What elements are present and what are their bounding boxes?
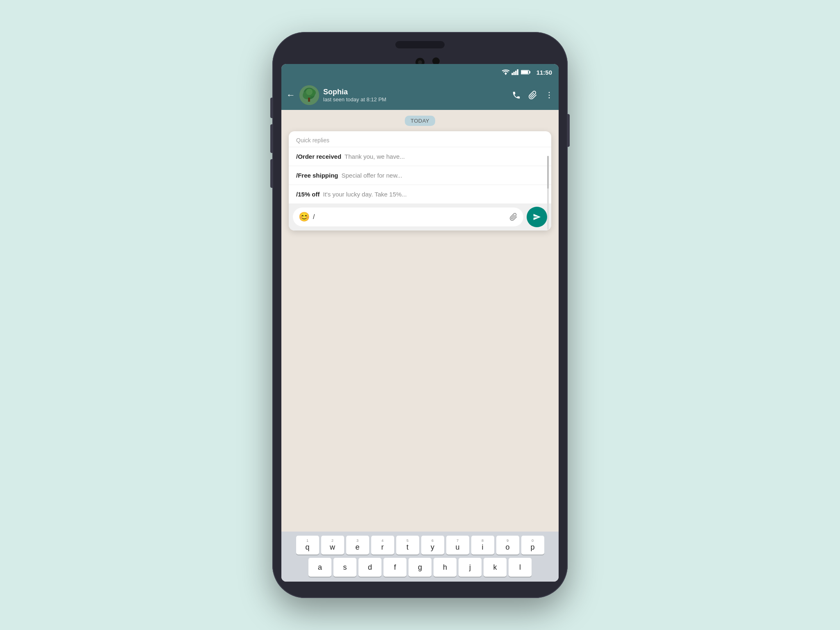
chat-header: ← Sophia last seen today at 8:12 PM [281, 80, 559, 110]
key-number: 2 [331, 539, 333, 543]
svg-rect-11 [308, 98, 310, 102]
key-letter: f [394, 563, 396, 572]
key-letter: r [381, 543, 384, 552]
quick-replies-header: Quick replies [289, 131, 551, 147]
svg-point-15 [549, 95, 550, 96]
svg-point-13 [306, 89, 313, 95]
phone-notch [395, 41, 445, 48]
volume-mute-button[interactable] [270, 98, 273, 118]
phone-screen: 11:50 ← Sophia last seen today at 8:12 P… [281, 64, 559, 582]
key-letter: h [443, 563, 447, 572]
send-button[interactable] [527, 207, 547, 227]
reply-command-1: /Order received [296, 153, 341, 160]
phone-wrapper: 11:50 ← Sophia last seen today at 8:12 P… [272, 32, 568, 598]
attachment-button[interactable] [509, 213, 518, 221]
paperclip-icon[interactable] [528, 91, 537, 100]
input-wrapper: 😊 / [293, 208, 523, 226]
key-letter: u [455, 543, 459, 552]
reply-command-3: /15% off [296, 191, 320, 198]
emoji-button[interactable]: 😊 [299, 212, 310, 222]
power-button[interactable] [567, 114, 570, 147]
more-icon[interactable] [545, 91, 554, 100]
key-g[interactable]: g [409, 558, 431, 577]
key-number: 5 [406, 539, 409, 543]
status-bar: 11:50 [281, 64, 559, 80]
reply-preview-1: Thank you, we have... [345, 153, 405, 160]
key-letter: k [493, 563, 497, 572]
key-number: 7 [457, 539, 459, 543]
reply-preview-2: Special offer for new... [342, 172, 402, 179]
svg-rect-1 [511, 73, 513, 75]
key-letter: e [355, 543, 359, 552]
quick-reply-item-3[interactable]: /15% off It's your lucky day. Take 15%..… [289, 185, 551, 203]
key-number: 1 [306, 539, 308, 543]
key-i[interactable]: 8 i [471, 536, 494, 555]
key-letter: o [505, 543, 509, 552]
key-letter: a [318, 563, 322, 572]
svg-point-16 [549, 97, 550, 98]
key-d[interactable]: d [358, 558, 381, 577]
key-letter: p [530, 543, 534, 552]
key-k[interactable]: k [484, 558, 507, 577]
key-number: 4 [381, 539, 383, 543]
volume-up-button[interactable] [270, 124, 273, 153]
send-icon [533, 213, 541, 221]
key-letter: d [368, 563, 372, 572]
key-letter: w [330, 543, 335, 552]
key-t[interactable]: 5 t [396, 536, 419, 555]
key-h[interactable]: h [434, 558, 457, 577]
scrollbar-thumb [547, 156, 549, 189]
key-s[interactable]: s [333, 558, 356, 577]
input-area: 😊 / [289, 203, 551, 231]
svg-rect-2 [513, 72, 515, 75]
keyboard: 1 q 2 w 3 e 4 r 5 t [281, 532, 559, 582]
quick-reply-item-2[interactable]: /Free shipping Special offer for new... [289, 166, 551, 185]
key-w[interactable]: 2 w [321, 536, 344, 555]
chat-area: TODAY Quick replies /Order received Than… [281, 110, 559, 532]
key-j[interactable]: j [459, 558, 482, 577]
key-q[interactable]: 1 q [296, 536, 319, 555]
keyboard-row-1: 1 q 2 w 3 e 4 r 5 t [283, 536, 557, 555]
volume-down-button[interactable] [270, 159, 273, 188]
key-r[interactable]: 4 r [371, 536, 394, 555]
quick-reply-item-1[interactable]: /Order received Thank you, we have... [289, 147, 551, 166]
key-number: 8 [482, 539, 484, 543]
key-letter: i [482, 543, 484, 552]
key-o[interactable]: 9 o [496, 536, 519, 555]
wifi-icon [502, 69, 509, 75]
key-letter: q [305, 543, 309, 552]
quick-replies-popup: Quick replies /Order received Thank you,… [289, 131, 551, 231]
key-p[interactable]: 0 p [521, 536, 544, 555]
key-y[interactable]: 6 y [421, 536, 444, 555]
battery-icon [521, 69, 531, 75]
date-badge-wrapper: TODAY [405, 116, 435, 126]
header-icons [512, 91, 554, 100]
signal-icon [511, 69, 519, 75]
scrollbar [547, 156, 549, 230]
key-a[interactable]: a [308, 558, 331, 577]
back-button[interactable]: ← [286, 90, 295, 100]
svg-marker-0 [504, 72, 507, 75]
status-icons [502, 69, 531, 75]
svg-rect-7 [529, 71, 530, 73]
call-icon[interactable] [512, 91, 521, 100]
svg-rect-6 [521, 71, 528, 73]
key-number: 0 [532, 539, 534, 543]
contact-status: last seen today at 8:12 PM [323, 96, 508, 103]
key-f[interactable]: f [383, 558, 406, 577]
status-time: 11:50 [536, 69, 552, 76]
svg-rect-4 [517, 69, 518, 75]
avatar [299, 85, 319, 105]
key-letter: s [343, 563, 347, 572]
contact-name: Sophia [323, 88, 508, 96]
key-number: 3 [356, 539, 358, 543]
key-letter: y [431, 543, 434, 552]
contact-info: Sophia last seen today at 8:12 PM [323, 88, 508, 103]
date-badge: TODAY [405, 116, 435, 126]
key-letter: j [469, 563, 471, 572]
key-u[interactable]: 7 u [446, 536, 469, 555]
key-l[interactable]: l [509, 558, 532, 577]
text-input[interactable]: / [313, 213, 506, 221]
keyboard-row-2: a s d f g [283, 558, 557, 577]
key-e[interactable]: 3 e [346, 536, 369, 555]
